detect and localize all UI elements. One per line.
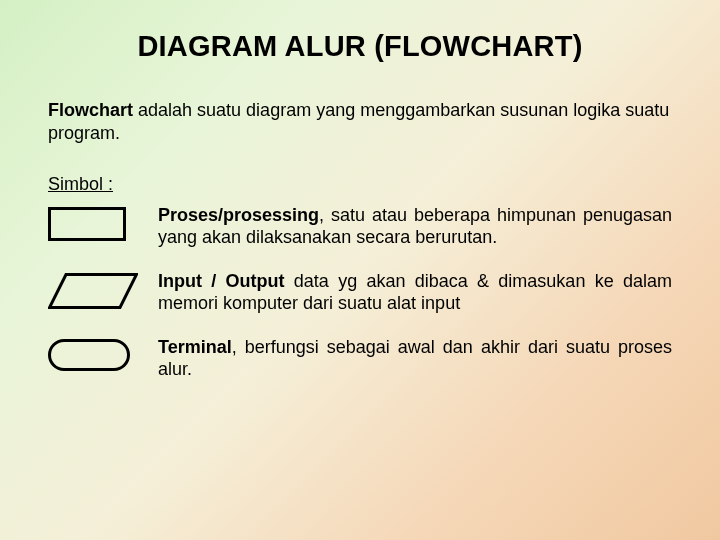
page-title: DIAGRAM ALUR (FLOWCHART): [48, 30, 672, 63]
flowchart-definition: Flowchart adalah suatu diagram yang meng…: [48, 99, 672, 144]
terminal-description: Terminal, berfungsi sebagai awal dan akh…: [158, 337, 672, 381]
terminal-rest: , berfungsi sebagai awal dan akhir dari …: [158, 337, 672, 379]
stadium-icon: [48, 337, 158, 371]
process-lead: Proses/prosessing: [158, 205, 319, 225]
terminal-lead: Terminal: [158, 337, 232, 357]
definition-lead: Flowchart: [48, 100, 133, 120]
definition-rest: adalah suatu diagram yang menggambarkan …: [48, 100, 669, 143]
io-lead: Input / Output: [158, 271, 285, 291]
process-rectangle-icon: [48, 205, 158, 241]
parallelogram-icon: [48, 271, 158, 309]
svg-rect-2: [50, 340, 129, 369]
symbol-header: Simbol :: [48, 174, 672, 195]
symbol-row-terminal: Terminal, berfungsi sebagai awal dan akh…: [48, 337, 672, 381]
svg-rect-0: [50, 209, 125, 240]
symbol-row-process: Proses/prosessing, satu atau beberapa hi…: [48, 205, 672, 249]
process-description: Proses/prosessing, satu atau beberapa hi…: [158, 205, 672, 249]
svg-marker-1: [50, 274, 137, 307]
io-description: Input / Output data yg akan dibaca & dim…: [158, 271, 672, 315]
symbol-row-io: Input / Output data yg akan dibaca & dim…: [48, 271, 672, 315]
